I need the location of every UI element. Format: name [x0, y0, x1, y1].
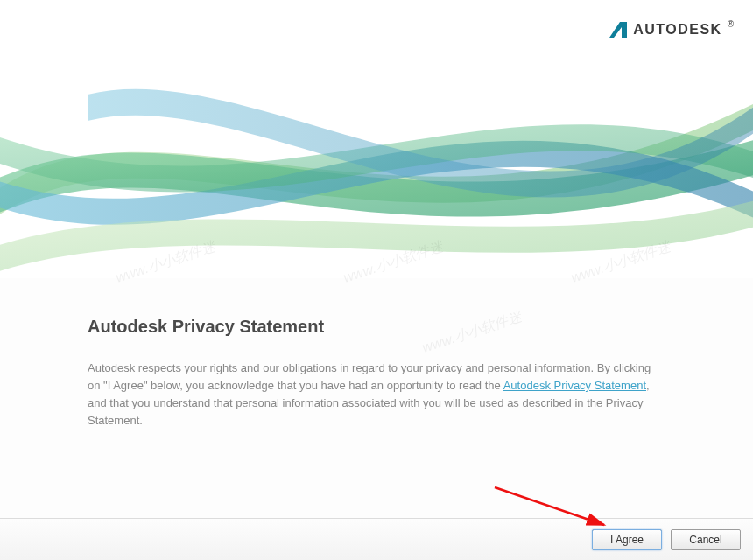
privacy-link[interactable]: Autodesk Privacy Statement — [503, 379, 646, 392]
agree-button[interactable]: I Agree — [592, 529, 662, 550]
footer: I Agree Cancel — [0, 518, 753, 560]
page-title: Autodesk Privacy Statement — [88, 317, 665, 337]
hero-graphic — [0, 60, 753, 278]
registered-mark: ® — [728, 19, 734, 29]
privacy-text: Autodesk respects your rights and our ob… — [88, 360, 665, 430]
brand-logo: AUTODESK ® — [609, 20, 734, 39]
cancel-button[interactable]: Cancel — [671, 529, 741, 550]
header: AUTODESK ® — [0, 0, 753, 60]
autodesk-icon — [609, 20, 628, 39]
brand-name: AUTODESK — [633, 22, 722, 38]
content-area: Autodesk Privacy Statement Autodesk resp… — [0, 278, 753, 430]
